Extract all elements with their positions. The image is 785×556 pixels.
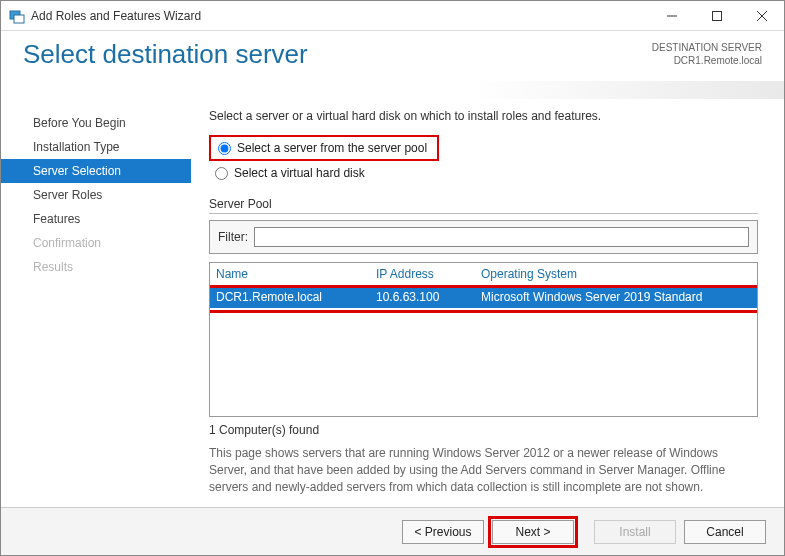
wizard-steps: Before You Begin Installation Type Serve… xyxy=(1,99,191,507)
step-confirmation: Confirmation xyxy=(1,231,191,255)
titlebar: Add Roles and Features Wizard xyxy=(1,1,784,31)
page-title: Select destination server xyxy=(23,39,308,70)
radio-vhd[interactable] xyxy=(215,167,228,180)
grid-row[interactable]: DCR1.Remote.local 10.6.63.100 Microsoft … xyxy=(210,286,757,308)
radio-server-pool-label: Select a server from the server pool xyxy=(237,141,427,155)
server-grid: Name IP Address Operating System DCR1.Re… xyxy=(209,262,758,417)
close-button[interactable] xyxy=(739,1,784,31)
header-separator xyxy=(1,81,784,99)
grid-header: Name IP Address Operating System xyxy=(210,263,757,286)
main-content: Select a server or a virtual hard disk o… xyxy=(191,99,784,507)
wizard-icon xyxy=(9,8,25,24)
cell-name: DCR1.Remote.local xyxy=(216,290,376,304)
wizard-footer: < Previous Next > Install Cancel xyxy=(1,507,784,555)
column-ip[interactable]: IP Address xyxy=(376,267,481,281)
previous-button[interactable]: < Previous xyxy=(402,520,484,544)
step-installation-type[interactable]: Installation Type xyxy=(1,135,191,159)
minimize-button[interactable] xyxy=(649,1,694,31)
filter-row: Filter: xyxy=(209,220,758,254)
computers-found: 1 Computer(s) found xyxy=(209,423,758,437)
instruction-text: Select a server or a virtual hard disk o… xyxy=(209,109,758,123)
window-controls xyxy=(649,1,784,31)
radio-vhd-label: Select a virtual hard disk xyxy=(234,166,365,180)
svg-rect-3 xyxy=(712,11,721,20)
radio-server-pool[interactable] xyxy=(218,142,231,155)
column-name[interactable]: Name xyxy=(216,267,376,281)
cell-ip: 10.6.63.100 xyxy=(376,290,481,304)
window-title: Add Roles and Features Wizard xyxy=(31,9,201,23)
wizard-header: Select destination server DESTINATION SE… xyxy=(1,31,784,81)
server-pool-heading: Server Pool xyxy=(209,197,758,214)
destination-server: DCR1.Remote.local xyxy=(652,54,762,67)
step-before-you-begin[interactable]: Before You Begin xyxy=(1,111,191,135)
maximize-button[interactable] xyxy=(694,1,739,31)
step-features[interactable]: Features xyxy=(1,207,191,231)
filter-label: Filter: xyxy=(218,230,248,244)
column-os[interactable]: Operating System xyxy=(481,267,751,281)
step-server-selection[interactable]: Server Selection xyxy=(1,159,191,183)
destination-info: DESTINATION SERVER DCR1.Remote.local xyxy=(652,39,762,67)
step-results: Results xyxy=(1,255,191,279)
install-button: Install xyxy=(594,520,676,544)
cell-os: Microsoft Windows Server 2019 Standard xyxy=(481,290,751,304)
highlight-radio-pool: Select a server from the server pool xyxy=(209,135,439,161)
step-server-roles[interactable]: Server Roles xyxy=(1,183,191,207)
filter-input[interactable] xyxy=(254,227,749,247)
svg-rect-1 xyxy=(14,15,24,23)
destination-label: DESTINATION SERVER xyxy=(652,41,762,54)
cancel-button[interactable]: Cancel xyxy=(684,520,766,544)
explanatory-note: This page shows servers that are running… xyxy=(209,445,758,495)
next-button[interactable]: Next > xyxy=(492,520,574,544)
